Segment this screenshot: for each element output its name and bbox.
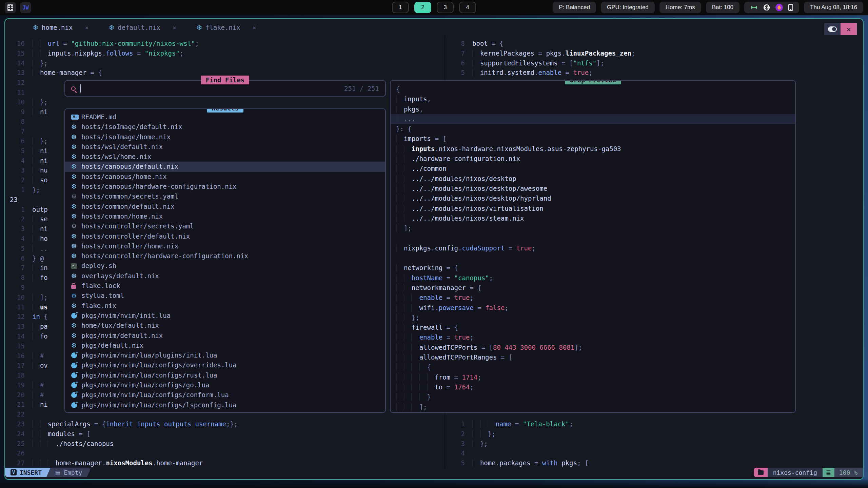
clock[interactable]: Thu Aug 08, 18:16 <box>804 2 863 13</box>
result-item[interactable]: pkgs/nvim/nvim/lua/configs/overrides.lua <box>65 360 385 370</box>
logo-button[interactable]: JW <box>20 2 31 13</box>
code-token: false <box>485 304 505 311</box>
preview-line: ▏ ▏ }; <box>396 313 795 323</box>
toggle-button[interactable] <box>824 23 841 35</box>
tab-close-icon[interactable]: × <box>173 24 176 31</box>
tab-home.nix[interactable]: ❆home.nix× <box>23 19 99 36</box>
status-pill[interactable]: GPU: Integrated <box>601 2 655 13</box>
result-item[interactable]: ❆pkgs/nvim/default.nix <box>65 331 385 341</box>
result-item[interactable]: M↓README.md <box>65 112 385 122</box>
result-item[interactable]: pkgs/nvim/nvim/lua/configs/rust.lua <box>65 370 385 380</box>
code-token: 80 443 3000 6666 8081 <box>493 344 574 351</box>
window-controls: × <box>824 23 857 35</box>
result-item[interactable]: ❆hosts/isoImage/home.nix <box>65 132 385 142</box>
result-item[interactable]: >_deploy.sh <box>65 261 385 271</box>
result-item[interactable]: ❆pkgs/default.nix <box>65 341 385 350</box>
code-token: allowedTCPPorts <box>419 344 478 351</box>
indent-guide: ▏ ▏ <box>396 284 412 291</box>
result-item[interactable]: ❆hosts/canopus/default.nix <box>65 162 385 171</box>
code-token: se <box>40 215 48 223</box>
file-icon-wrap: ⚙ <box>71 291 81 301</box>
code-token: enable <box>419 294 443 301</box>
status-pill[interactable]: Home: 7ms <box>659 2 701 13</box>
preview-line: ▏ ... <box>391 114 795 124</box>
result-item[interactable]: pkgs/nvim/nvim/lua/configs/go.lua <box>65 380 385 390</box>
result-item[interactable]: pkgs/nvim/nvim/lua/configs/lspconfig.lua <box>65 400 385 410</box>
code-token: us <box>40 303 48 311</box>
code-token: pkgs <box>546 49 561 57</box>
result-label: pkgs/nvim/default.nix <box>81 331 163 341</box>
result-label: home/tux/default.nix <box>81 321 159 330</box>
code-token: } <box>427 393 431 401</box>
code-token: = <box>442 274 454 282</box>
workspace-button-1[interactable]: 1 <box>392 2 409 13</box>
mode-indicator: V INSERT <box>5 468 51 477</box>
result-item[interactable]: ❆hosts/controller/home.nix <box>65 241 385 251</box>
result-item[interactable]: pkgs/nvim/nvim/lua/plugins/init.lua <box>65 350 385 360</box>
result-item[interactable]: flake.lock <box>65 281 385 291</box>
apps-button[interactable] <box>5 2 16 13</box>
preview-line <box>396 253 795 263</box>
nix-file-icon: ❆ <box>109 24 114 31</box>
result-item[interactable]: ❆flake.nix <box>65 301 385 311</box>
code-token: ]; <box>404 224 412 232</box>
indent-guide: ▏ <box>32 69 40 76</box>
code-token: { <box>427 363 431 371</box>
lines-icon: ≣ <box>826 469 831 476</box>
flame-icon[interactable] <box>775 4 783 11</box>
result-item[interactable]: ⚙hosts/common/secrets.yaml <box>65 191 385 201</box>
workspace-button-3[interactable]: 3 <box>437 2 454 13</box>
window-close-button[interactable]: × <box>841 23 857 35</box>
result-item[interactable]: ❆hosts/controller/hardware-configuration… <box>65 251 385 261</box>
line-number: 16 <box>5 351 25 361</box>
tab-close-icon[interactable]: × <box>253 24 256 31</box>
workspace-button-2[interactable]: 2 <box>414 2 431 13</box>
results-title: Results <box>207 108 243 113</box>
result-item[interactable]: ⚙stylua.toml <box>65 291 385 301</box>
code-token: ; [ <box>577 459 589 467</box>
result-label: pkgs/nvim/nvim/lua/configs/rust.lua <box>81 370 217 380</box>
tab-close-icon[interactable]: × <box>85 24 88 31</box>
system-tray[interactable] <box>744 2 799 13</box>
result-item[interactable]: ❆hosts/canopus/home.nix <box>65 172 385 182</box>
result-item[interactable]: ❆overlays/default.nix <box>65 271 385 281</box>
result-item[interactable]: ❆home/tux/default.nix <box>65 321 385 330</box>
result-item[interactable]: ❆hosts/controller/default.nix <box>65 231 385 241</box>
phone-icon[interactable] <box>788 4 793 11</box>
status-pill[interactable]: Bat: 100 <box>706 2 739 13</box>
line-number: 9 <box>5 283 25 292</box>
result-label: hosts/controller/secrets.yaml <box>81 221 194 231</box>
tab-default.nix[interactable]: ❆default.nix× <box>99 19 186 36</box>
result-item[interactable]: ❆hosts/wsl/home.nix <box>65 152 385 162</box>
indent-guide: ▏ ▏ <box>32 430 48 438</box>
preview-line: ▏ ▏ ../../modules/nixos/desktop <box>396 174 795 184</box>
result-item[interactable]: ⚙hosts/controller/secrets.yaml <box>65 221 385 231</box>
result-item[interactable]: pkgs/nvim/nvim/lua/configs/conform.lua <box>65 390 385 400</box>
find-files-input-popup[interactable]: Find Files 251 / 251 <box>64 80 386 97</box>
indent-guide: ▏ <box>396 224 404 232</box>
find-files-results-popup[interactable]: Results M↓README.md❆hosts/isoImage/defau… <box>64 108 386 413</box>
nix-file-icon: ❆ <box>71 182 77 191</box>
indent-guide: ▏ <box>472 49 480 57</box>
result-item[interactable]: ❆hosts/wsl/default.nix <box>65 142 385 152</box>
result-item[interactable]: ❆hosts/isoImage/default.nix <box>65 122 385 132</box>
result-item[interactable]: ❆hosts/common/home.nix <box>65 211 385 221</box>
bluetooth-icon[interactable] <box>763 4 770 11</box>
result-label: pkgs/nvim/nvim/lua/configs/lspconfig.lua <box>81 400 237 410</box>
code-token: powersave <box>439 304 474 311</box>
code-token: asus-zephyrus-ga503 <box>547 145 621 152</box>
result-item[interactable]: ❆hosts/canopus/hardware-configuration.ni… <box>65 182 385 191</box>
code-token: allowedTCPPortRanges <box>419 353 497 361</box>
result-item[interactable]: ❆hosts/common/default.nix <box>65 202 385 211</box>
file-icon-wrap <box>71 392 81 398</box>
status-pill[interactable]: P: Balanced <box>553 2 596 13</box>
indent-guide: ▏ <box>32 108 40 116</box>
result-item[interactable]: pkgs/nvim/nvim/init.lua <box>65 311 385 321</box>
workspace-button-4[interactable]: 4 <box>459 2 476 13</box>
code-token: nu <box>40 166 48 174</box>
code-token: ; <box>477 373 481 381</box>
nix-file-icon: ❆ <box>71 152 77 162</box>
indent-guide: ▏ <box>32 166 40 174</box>
tab-flake.nix[interactable]: ❆flake.nix× <box>186 19 267 36</box>
network-icon[interactable] <box>750 4 758 11</box>
